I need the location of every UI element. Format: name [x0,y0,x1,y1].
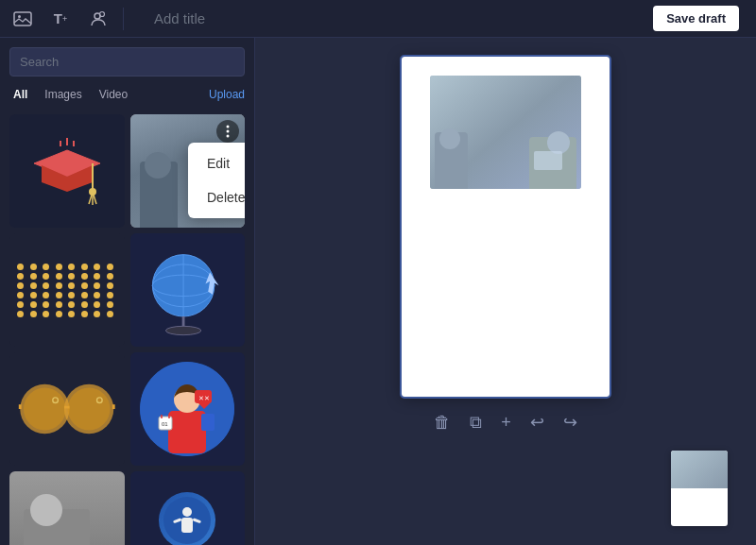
media-item-glasses[interactable] [9,352,125,466]
svg-point-14 [227,126,230,128]
add-title-area[interactable]: Add title [135,10,642,26]
context-menu-edit[interactable]: Edit [188,146,245,180]
filter-images[interactable]: Images [41,86,85,103]
svg-rect-46 [181,518,193,533]
svg-text:✕✕: ✕✕ [198,395,210,401]
svg-point-15 [227,130,230,133]
svg-point-1 [18,15,21,18]
canvas-undo-button[interactable]: ↩ [524,408,550,436]
more-options-button[interactable] [216,120,239,143]
upload-button[interactable]: Upload [209,88,245,101]
svg-text:01: 01 [162,421,168,427]
canvas-area: 🗑 ⧉ + ↩ ↪ [255,38,756,545]
text-tab-icon[interactable]: T + [47,6,74,32]
canvas-photo [430,76,581,189]
svg-point-22 [165,326,200,334]
filter-row: All Images Video Upload [9,86,245,103]
person-tab-icon[interactable] [85,6,112,32]
thumbnail-panel [671,451,728,526]
page-canvas[interactable] [402,57,610,397]
left-sidebar: All Images Video Upload [0,38,255,545]
search-input[interactable] [9,47,245,77]
canvas-duplicate-button[interactable]: ⧉ [464,409,488,436]
svg-rect-43 [201,414,215,431]
media-item-dots[interactable] [9,233,125,347]
svg-point-3 [100,11,105,16]
toolbar-separator [123,8,124,30]
svg-point-27 [68,388,111,431]
media-item-person-illustration[interactable]: 01 ✕✕ [130,352,246,466]
context-menu: Edit Delete [188,143,245,218]
media-item-globe[interactable] [130,233,246,347]
main-content: All Images Video Upload [0,38,756,545]
canvas-redo-button[interactable]: ↪ [558,408,583,436]
canvas-delete-button[interactable]: 🗑 [428,409,456,436]
media-item-crosswill[interactable]: CROSSWILL [130,471,246,545]
image-tab-icon[interactable] [9,6,36,32]
thumbnail-item[interactable] [671,451,728,526]
thumbnail-photo [671,451,728,488]
media-item-grad-cap[interactable] [9,114,125,228]
canvas-add-button[interactable]: + [495,409,517,436]
filter-all[interactable]: All [9,86,31,103]
context-menu-delete[interactable]: Delete [188,180,245,214]
media-item-sweater-photo[interactable] [9,471,125,545]
add-title-placeholder: Add title [154,10,205,26]
filter-video[interactable]: Video [95,86,131,103]
media-grid: Edit Delete [9,114,245,545]
svg-rect-0 [14,12,31,26]
svg-point-45 [182,507,192,517]
svg-point-16 [227,135,230,138]
canvas-bottom-toolbar: 🗑 ⧉ + ↩ ↪ [428,408,583,436]
svg-point-25 [24,388,66,431]
svg-rect-34 [168,411,206,453]
top-toolbar: T + Add title Save draft [0,0,756,38]
media-item-person-photo[interactable]: Edit Delete [130,114,246,228]
save-draft-button[interactable]: Save draft [653,6,739,31]
